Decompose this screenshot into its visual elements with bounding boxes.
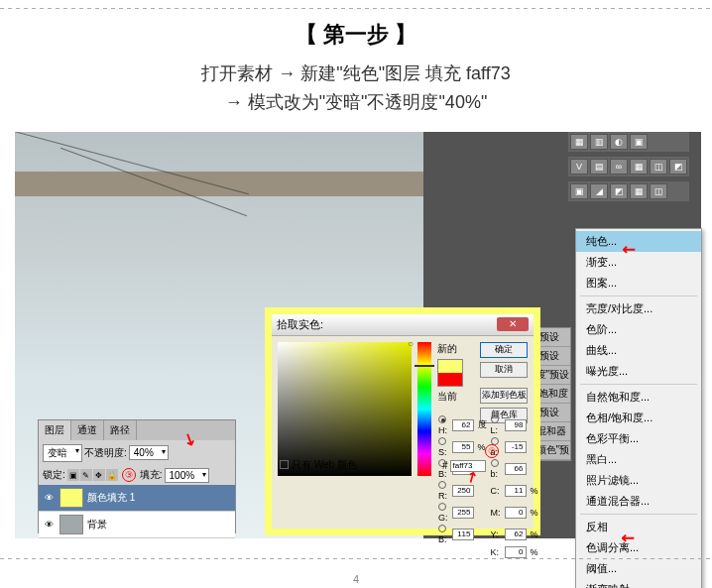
page-number: 4 <box>353 573 359 585</box>
dialog-title: 拾取实色: <box>277 317 323 332</box>
tool-row-1: ▦ ▥ ◐ ▣ <box>568 132 689 152</box>
bb-input[interactable]: 115 <box>452 529 474 540</box>
layer-row[interactable]: 👁 背景 <box>39 512 235 538</box>
hex-label: # <box>442 460 448 471</box>
menu-brightness[interactable]: 亮度/对比度... <box>576 298 701 319</box>
y-input[interactable]: 62 <box>505 529 527 540</box>
tool-icon[interactable]: ▦ <box>570 134 588 150</box>
blend-mode-select[interactable]: 变暗 <box>43 444 82 462</box>
tool-icon[interactable]: ◐ <box>610 134 628 150</box>
c-input[interactable]: 11 <box>505 485 527 497</box>
tool-icon[interactable]: ▦ <box>630 159 648 175</box>
close-button[interactable]: ✕ <box>497 317 529 331</box>
marker-3: ③ <box>122 468 136 482</box>
layer-thumbnail[interactable] <box>59 515 83 534</box>
menu-color-balance[interactable]: 色彩平衡... <box>576 428 701 449</box>
color-values: H:62度 L:98 S:55% a:-15 B:100% b:66 R:250… <box>438 415 538 558</box>
menu-curves[interactable]: 曲线... <box>576 340 701 361</box>
tool-icon[interactable]: ◩ <box>669 159 687 175</box>
menu-gradient-map[interactable]: 渐变映射... <box>576 579 701 588</box>
tool-icon[interactable]: ◩ <box>610 183 628 199</box>
layer-name: 背景 <box>87 518 107 531</box>
fill-input[interactable]: 100% <box>165 468 210 483</box>
visibility-icon[interactable]: 👁 <box>42 491 56 505</box>
marker-2: ② <box>485 444 499 458</box>
tab-paths[interactable]: 路径 <box>104 420 137 440</box>
menu-bw[interactable]: 黑白... <box>576 449 701 470</box>
tool-icon[interactable]: ▣ <box>630 134 648 150</box>
menu-photo-filter[interactable]: 照片滤镜... <box>576 470 701 491</box>
color-swatch <box>437 359 463 387</box>
k-input[interactable]: 0 <box>505 546 527 558</box>
lock-all-icon[interactable]: 🔒 <box>106 469 118 481</box>
h-input[interactable]: 62 <box>452 419 474 431</box>
step-title: 【 第一步 】 <box>0 20 712 50</box>
tool-icon[interactable]: ◢ <box>590 183 608 199</box>
menu-channel-mixer[interactable]: 通道混合器... <box>576 491 701 512</box>
tool-icon[interactable]: ◫ <box>650 159 667 175</box>
s-input[interactable]: 55 <box>452 441 474 453</box>
lock-pixels-icon[interactable]: ✎ <box>80 469 92 481</box>
tool-icon[interactable]: ∞ <box>610 159 628 175</box>
hue-slider[interactable] <box>417 342 431 476</box>
opacity-label: 不透明度: <box>84 446 127 460</box>
new-label: 新的 <box>437 342 463 356</box>
color-picker-dialog: 拾取实色: ✕ 新的 当前 确定 取消 添加到色板 颜色库 <box>265 307 540 535</box>
g-input[interactable]: 255 <box>452 507 474 519</box>
layer-row[interactable]: 👁 颜色填充 1 <box>39 485 235 512</box>
instruction-1: 打开素材 → 新建"纯色"图层 填充 faff73 <box>0 59 712 88</box>
opacity-input[interactable]: 40% <box>129 445 169 460</box>
m-input[interactable]: 0 <box>505 507 527 519</box>
layer-thumbnail[interactable] <box>59 488 83 508</box>
menu-exposure[interactable]: 曝光度... <box>576 361 701 382</box>
tab-layers[interactable]: 图层 <box>39 420 71 440</box>
menu-levels[interactable]: 色阶... <box>576 319 701 340</box>
layers-panel: 图层 通道 路径 变暗 不透明度: 40% 锁定: ▣ ✎ ✥ 🔒 ③ 填充: … <box>38 419 236 533</box>
menu-posterize[interactable]: 色调分离... <box>576 537 701 558</box>
layer-name: 颜色填充 1 <box>87 491 135 505</box>
web-only-checkbox[interactable]: 只有 Web 颜色 <box>280 458 357 472</box>
color-field[interactable] <box>278 342 412 476</box>
tool-icon[interactable]: ▤ <box>590 159 608 175</box>
menu-invert[interactable]: 反相 <box>576 517 701 537</box>
tool-row-2: V ▤ ∞ ▦ ◫ ◩ <box>568 157 689 176</box>
tool-icon[interactable]: V <box>570 159 588 175</box>
ok-button[interactable]: 确定 <box>480 342 528 358</box>
cancel-button[interactable]: 取消 <box>480 362 528 378</box>
b2-input[interactable]: 66 <box>505 463 527 475</box>
a-input[interactable]: -15 <box>505 441 527 453</box>
menu-solid-color[interactable]: 纯色... <box>576 231 701 252</box>
menu-gradient[interactable]: 渐变... <box>576 252 701 273</box>
current-label: 当前 <box>437 390 463 404</box>
tool-icon[interactable]: ▣ <box>570 183 588 199</box>
lock-label: 锁定: <box>43 468 65 482</box>
tool-icon[interactable]: ◫ <box>650 183 667 199</box>
lock-transparent-icon[interactable]: ▣ <box>67 469 79 481</box>
tool-icon[interactable]: ▥ <box>590 134 608 150</box>
menu-vibrance[interactable]: 自然饱和度... <box>576 387 701 408</box>
menu-threshold[interactable]: 阈值... <box>576 558 701 579</box>
instruction-2: → 模式改为"变暗"不透明度"40%" <box>0 88 712 117</box>
tab-channels[interactable]: 通道 <box>71 420 104 440</box>
adjustment-menu: 纯色... 渐变... 图案... 亮度/对比度... 色阶... 曲线... … <box>575 228 702 588</box>
menu-pattern[interactable]: 图案... <box>576 273 701 294</box>
visibility-icon[interactable]: 👁 <box>42 518 56 531</box>
fill-label: 填充: <box>140 468 163 482</box>
tool-row-3: ▣ ◢ ◩ ▦ ◫ <box>568 181 689 201</box>
lock-position-icon[interactable]: ✥ <box>93 469 105 481</box>
menu-hue[interactable]: 色相/饱和度... <box>576 408 701 428</box>
l-input[interactable]: 98 <box>505 419 527 431</box>
add-swatch-button[interactable]: 添加到色板 <box>480 388 528 404</box>
tool-icon[interactable]: ▦ <box>630 183 648 199</box>
